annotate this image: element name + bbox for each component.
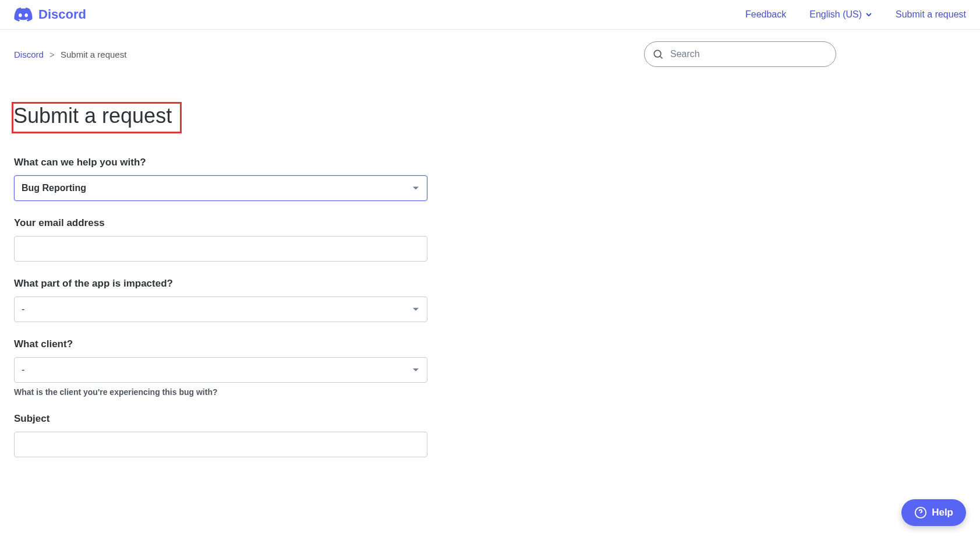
caret-down-icon xyxy=(413,308,419,311)
field-help-with: What can we help you with? Bug Reporting xyxy=(14,157,440,201)
discord-icon xyxy=(14,8,33,22)
brand-logo-link[interactable]: Discord xyxy=(14,7,86,22)
caret-down-icon xyxy=(413,187,419,190)
field-client: What client? - What is the client you're… xyxy=(14,338,440,397)
svg-line-1 xyxy=(660,57,663,59)
help-with-label: What can we help you with? xyxy=(14,157,440,168)
client-hint: What is the client you're experiencing t… xyxy=(14,387,440,397)
subject-label: Subject xyxy=(14,413,440,425)
field-app-impact: What part of the app is impacted? - xyxy=(14,278,440,322)
breadcrumb-separator: > xyxy=(49,50,55,59)
search-input[interactable] xyxy=(644,41,836,67)
breadcrumb: Discord > Submit a request xyxy=(14,50,126,59)
sub-header: Discord > Submit a request xyxy=(0,30,850,67)
app-impact-select[interactable]: - xyxy=(14,297,427,322)
client-label: What client? xyxy=(14,338,440,350)
page-title: Submit a request xyxy=(13,104,172,128)
chevron-down-icon xyxy=(865,11,872,18)
client-select[interactable]: - xyxy=(14,357,427,383)
nav-feedback[interactable]: Feedback xyxy=(745,9,786,20)
site-header: Discord Feedback English (US) Submit a r… xyxy=(0,0,980,30)
main-content: Submit a request What can we help you wi… xyxy=(0,102,454,457)
app-impact-value: - xyxy=(22,304,24,315)
search-icon xyxy=(652,48,664,60)
language-label: English (US) xyxy=(809,9,862,20)
brand-name: Discord xyxy=(38,7,86,22)
title-highlight-box: Submit a request xyxy=(12,102,182,133)
help-with-select[interactable]: Bug Reporting xyxy=(14,175,427,201)
breadcrumb-home[interactable]: Discord xyxy=(14,50,44,59)
search-wrapper xyxy=(644,41,836,67)
language-selector[interactable]: English (US) xyxy=(809,9,872,20)
svg-point-0 xyxy=(654,50,661,57)
caret-down-icon xyxy=(413,369,419,372)
field-email: Your email address xyxy=(14,217,440,262)
app-impact-label: What part of the app is impacted? xyxy=(14,278,440,290)
top-nav: Feedback English (US) Submit a request xyxy=(745,9,966,20)
client-value: - xyxy=(22,365,24,375)
email-label: Your email address xyxy=(14,217,440,229)
title-wrap: Submit a request xyxy=(14,102,440,133)
field-subject: Subject xyxy=(14,413,440,457)
email-input[interactable] xyxy=(14,236,427,262)
nav-submit-request[interactable]: Submit a request xyxy=(896,9,966,20)
breadcrumb-current: Submit a request xyxy=(61,50,126,59)
subject-input[interactable] xyxy=(14,432,427,457)
help-with-value: Bug Reporting xyxy=(22,183,86,193)
